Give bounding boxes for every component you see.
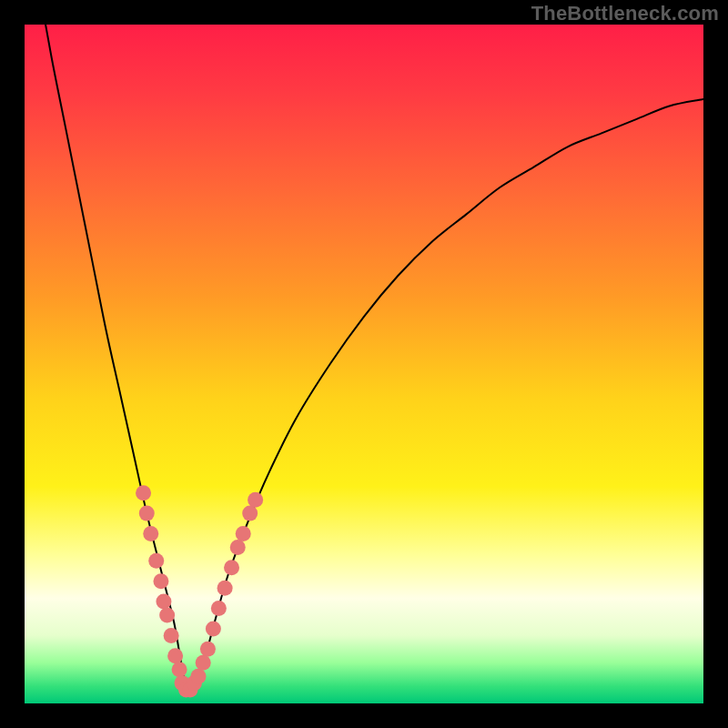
sample-dot	[248, 492, 263, 508]
sample-dot	[230, 540, 246, 555]
sample-dot	[143, 526, 158, 541]
sample-dot	[153, 573, 168, 589]
sample-dot	[190, 669, 206, 684]
attribution-text: TheBottleneck.com	[531, 2, 719, 25]
sample-dot	[200, 642, 216, 657]
sample-dot	[224, 560, 239, 575]
sample-dot	[167, 648, 183, 663]
sample-dot	[211, 601, 227, 616]
sample-dot	[156, 594, 171, 610]
sample-dot	[139, 506, 155, 521]
gradient-background	[25, 25, 703, 703]
sample-dot	[242, 506, 258, 521]
sample-dot	[136, 485, 151, 500]
sample-dot	[172, 662, 187, 677]
sample-dot	[196, 655, 211, 671]
sample-dot	[236, 526, 251, 541]
sample-dot	[164, 628, 179, 643]
chart-svg	[25, 25, 703, 703]
plot-area	[25, 25, 703, 703]
sample-dot	[217, 581, 233, 596]
sample-dot	[148, 553, 164, 569]
chart-frame: TheBottleneck.com	[0, 0, 728, 728]
sample-dot	[159, 608, 175, 623]
sample-dot	[206, 621, 221, 636]
